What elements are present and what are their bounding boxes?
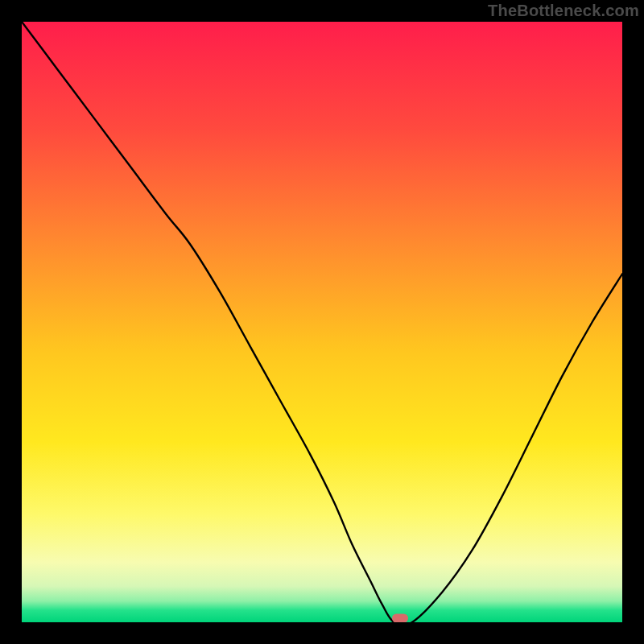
- chart-stage: TheBottleneck.com: [0, 0, 644, 644]
- plot-area: [22, 22, 622, 622]
- watermark-text: TheBottleneck.com: [488, 2, 639, 20]
- optimal-point-marker: [392, 614, 408, 623]
- bottleneck-curve: [22, 22, 622, 622]
